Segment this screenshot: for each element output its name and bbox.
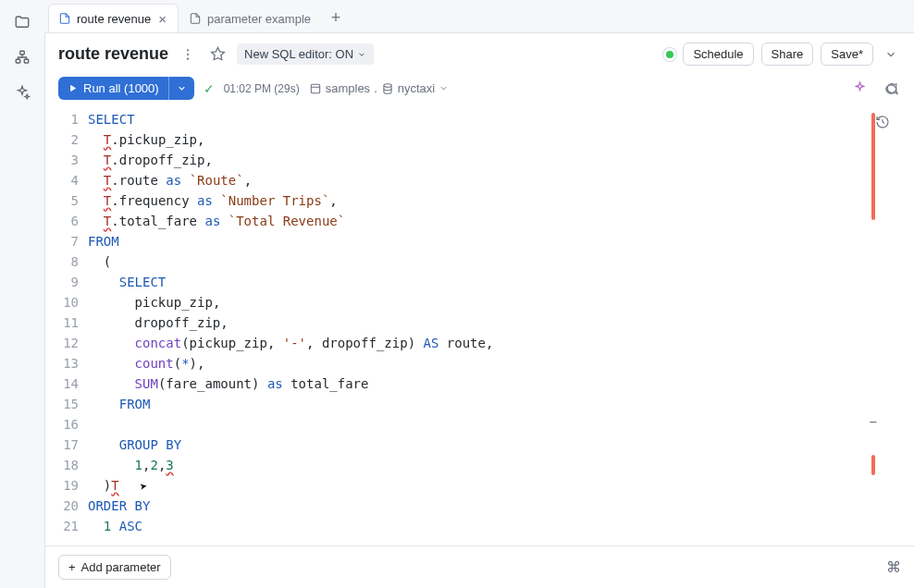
code-line[interactable] (88, 414, 873, 435)
ai-assist-icon[interactable] (849, 79, 870, 99)
run-dropdown-icon[interactable] (168, 77, 194, 100)
add-parameter-button[interactable]: + Add parameter (58, 555, 171, 580)
schema-icon[interactable] (13, 48, 31, 67)
ai-sparkle-icon[interactable] (13, 83, 31, 102)
code-line[interactable]: FROM (88, 231, 873, 251)
status-indicator-icon (666, 51, 673, 58)
star-icon[interactable] (207, 44, 228, 65)
close-icon[interactable]: × (156, 11, 168, 27)
new-tab-button[interactable]: + (321, 4, 351, 32)
collapse-icon[interactable]: − (870, 414, 877, 429)
svg-point-4 (187, 53, 189, 55)
code-line[interactable]: T.total_fare as `Total Revenue` (88, 211, 873, 231)
sql-file-icon (189, 12, 202, 25)
code-line[interactable]: T.pickup_zip, (88, 129, 873, 150)
play-icon (68, 83, 78, 93)
code-line[interactable]: GROUP BY (88, 435, 873, 455)
catalog-selector[interactable]: samples . nyctaxi (309, 81, 450, 95)
svg-point-5 (187, 57, 189, 59)
run-all-button[interactable]: Run all (1000) (58, 77, 194, 100)
comment-icon[interactable] (881, 79, 901, 99)
run-timestamp: 01:02 PM (29s) (224, 82, 300, 95)
svg-rect-0 (20, 51, 25, 55)
tab-parameter-example[interactable]: parameter example (179, 4, 321, 32)
svg-point-7 (384, 83, 391, 87)
header: route revenue New SQL editor: ON Schedul… (45, 33, 914, 73)
share-button[interactable]: Share (761, 43, 814, 66)
code-line[interactable]: count(*), (88, 353, 873, 374)
code-line[interactable]: FROM (88, 394, 873, 414)
code-line[interactable]: T.dropoff_zip, (88, 150, 873, 170)
toolbar: Run all (1000) ✓ 01:02 PM (29s) samples … (45, 73, 914, 109)
line-gutter: 123456789101112131415161718192021 (45, 109, 88, 545)
chevron-down-icon (438, 83, 449, 93)
plus-icon: + (68, 560, 76, 574)
schedule-button[interactable]: Schedule (683, 43, 753, 66)
svg-point-3 (187, 49, 189, 51)
code-line[interactable]: ( (88, 251, 873, 272)
tabbar: route revenue × parameter example + (44, 0, 914, 33)
svg-rect-1 (16, 59, 20, 63)
check-icon: ✓ (204, 81, 215, 96)
code-content[interactable]: − ➤ SELECT T.pickup_zip, T.dropoff_zip, … (88, 109, 895, 545)
code-line[interactable]: T.frequency as `Number Trips`, (88, 190, 873, 211)
tab-label: parameter example (207, 12, 311, 26)
left-rail (0, 0, 44, 588)
main-area: route revenue × parameter example + rout… (44, 0, 914, 588)
svg-rect-6 (311, 84, 319, 92)
sql-editor-toggle[interactable]: New SQL editor: ON (237, 43, 374, 65)
catalog-icon (309, 82, 322, 95)
keyboard-shortcut-icon[interactable]: ⌘ (886, 558, 901, 576)
code-line[interactable]: T.route as `Route`, (88, 170, 873, 190)
code-line[interactable]: SELECT (88, 109, 873, 129)
code-line[interactable]: SELECT (88, 272, 873, 292)
footer: + Add parameter ⌘ (45, 545, 914, 588)
folder-icon[interactable] (13, 13, 31, 31)
code-line[interactable]: 1,2,3 (88, 455, 873, 475)
code-line[interactable]: concat(pickup_zip, '-', dropoff_zip) AS … (88, 333, 873, 353)
tab-label: route revenue (77, 12, 151, 26)
database-icon (381, 82, 394, 95)
code-line[interactable]: pickup_zip, (88, 292, 873, 312)
save-button[interactable]: Save* (821, 43, 873, 66)
page-title: route revenue (58, 44, 168, 64)
kebab-menu-icon[interactable] (178, 44, 198, 65)
history-icon[interactable] (875, 115, 890, 129)
code-line[interactable]: )T (88, 475, 873, 496)
code-line[interactable]: SUM(fare_amount) as total_fare (88, 374, 873, 394)
code-line[interactable]: ORDER BY (88, 496, 873, 516)
chevron-down-icon[interactable] (881, 44, 901, 65)
sql-file-icon (58, 12, 71, 25)
code-line[interactable]: 1 ASC (88, 516, 873, 536)
code-line[interactable]: dropoff_zip, (88, 312, 873, 333)
svg-rect-2 (24, 59, 29, 63)
tab-route-revenue[interactable]: route revenue × (48, 4, 179, 32)
code-editor[interactable]: 123456789101112131415161718192021 − ➤ SE… (45, 109, 914, 545)
